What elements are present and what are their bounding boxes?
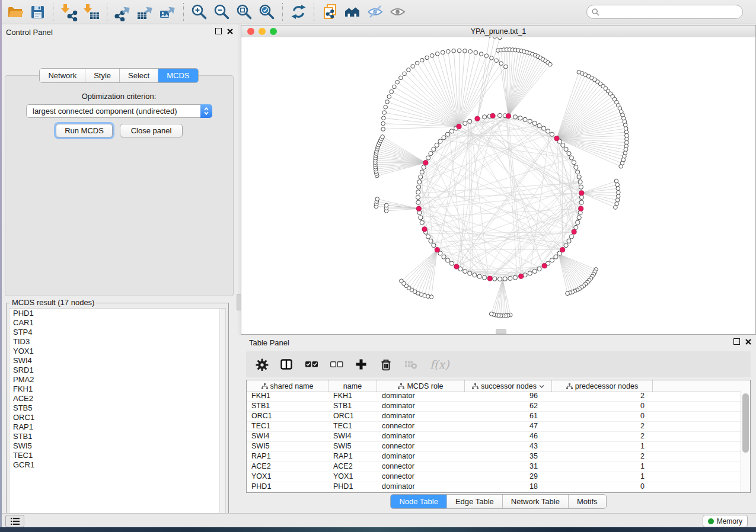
control-tab-select[interactable]: Select [120,69,158,82]
zoom-fit-icon[interactable] [234,2,254,22]
memory-button[interactable]: Memory [703,515,748,527]
horizontal-splitter-handle[interactable] [496,329,506,334]
table-row-TEC1[interactable]: TEC1TEC1connector472 [247,422,741,432]
cell-mcds-role[interactable]: connector [377,462,465,472]
mcds-result-item[interactable]: ACE2 [9,394,225,403]
mcds-result-item[interactable]: SWI4 [9,356,225,366]
cell-name[interactable]: YOX1 [328,472,377,482]
table-row-YOX1[interactable]: YOX1YOX1connector291 [247,472,741,482]
cell-successor-nodes[interactable]: 62 [465,402,552,411]
zoom-in-icon[interactable] [189,2,209,22]
refresh-network-icon[interactable] [288,2,308,22]
cell-shared-name[interactable]: SWI5 [247,442,328,451]
add-column-icon[interactable] [355,358,368,371]
mcds-result-item[interactable]: CAR1 [9,318,225,328]
mcds-result-item[interactable]: ORC1 [9,413,225,422]
task-history-button[interactable] [5,515,24,527]
table-row-SWI5[interactable]: SWI5SWI5connector431 [247,442,741,452]
table-scrollbar-thumb[interactable] [742,393,749,453]
cell-predecessor-nodes[interactable]: 0 [552,402,653,411]
cell-successor-nodes[interactable]: 61 [465,412,552,421]
table-tab-network-table[interactable]: Network Table [503,495,569,508]
cell-shared-name[interactable]: ACE2 [247,462,328,472]
cell-successor-nodes[interactable]: 46 [465,432,552,441]
cell-predecessor-nodes[interactable]: 2 [552,432,653,441]
clear-all-checks-icon[interactable] [330,358,343,371]
cell-shared-name[interactable]: PHD1 [247,482,328,492]
table-row-PHD1[interactable]: PHD1PHD1dominator180 [247,482,741,492]
mcds-result-item[interactable]: FKH1 [9,384,225,394]
control-tab-network[interactable]: Network [40,69,85,82]
zoom-selected-icon[interactable] [257,2,277,22]
cell-successor-nodes[interactable]: 35 [465,452,552,462]
mcds-result-item[interactable]: PMA2 [9,375,225,384]
column-header-MCDS-role[interactable]: MCDS role [377,380,465,392]
mcds-list-scrollbar[interactable] [219,309,225,518]
cell-name[interactable]: ACE2 [328,462,377,472]
table-tab-edge-table[interactable]: Edge Table [447,495,503,508]
cell-successor-nodes[interactable]: 29 [465,472,552,482]
cell-name[interactable]: SWI5 [328,442,377,451]
control-tab-style[interactable]: Style [85,69,120,82]
cell-shared-name[interactable]: FKH1 [247,392,328,401]
show-columns-icon[interactable] [280,358,294,371]
cell-shared-name[interactable]: SWI4 [247,432,328,441]
table-row-STB1[interactable]: STB1STB1dominator620 [247,402,741,412]
show-all-icon[interactable] [387,2,407,22]
mcds-result-item[interactable]: STP4 [9,328,225,337]
cell-mcds-role[interactable]: dominator [377,432,465,441]
cell-predecessor-nodes[interactable]: 0 [552,482,653,492]
network-canvas[interactable] [241,37,755,334]
network-titlebar[interactable]: YPA_prune.txt_1 [241,25,755,38]
mcds-result-item[interactable]: STB1 [9,432,225,441]
network-graph[interactable] [241,37,755,334]
control-tab-mcds[interactable]: MCDS [158,69,197,82]
table-scrollbar[interactable] [741,392,750,492]
mcds-result-item[interactable]: SWI5 [9,441,225,451]
cell-successor-nodes[interactable]: 47 [465,422,552,431]
float-table-panel-icon[interactable] [733,338,740,345]
cell-mcds-role[interactable]: dominator [377,392,465,401]
cell-name[interactable]: TEC1 [328,422,377,431]
export-table-icon[interactable] [135,2,155,22]
cell-shared-name[interactable]: RAP1 [247,452,328,462]
select-all-checks-icon[interactable] [305,358,318,371]
mcds-result-item[interactable]: GCR1 [9,460,225,470]
cell-name[interactable]: FKH1 [328,392,377,401]
delete-column-icon[interactable] [380,358,393,371]
clone-network-icon[interactable] [320,2,340,22]
mcds-result-item[interactable]: SRD1 [9,366,225,375]
table-row-FKH1[interactable]: FKH1FKH1dominator962 [247,392,741,402]
cell-mcds-role[interactable]: dominator [377,452,465,462]
cell-shared-name[interactable]: ORC1 [247,412,328,421]
column-header-name[interactable]: name [328,380,377,392]
cell-name[interactable]: RAP1 [328,452,377,462]
cell-predecessor-nodes[interactable]: 1 [552,442,653,451]
cell-name[interactable]: SWI4 [328,432,377,441]
cell-predecessor-nodes[interactable]: 2 [552,422,653,431]
mcds-result-item[interactable]: STB5 [9,403,225,413]
mcds-result-item[interactable]: YOX1 [9,347,225,356]
table-row-ORC1[interactable]: ORC1ORC1dominator610 [247,412,741,422]
cell-successor-nodes[interactable]: 31 [465,462,552,472]
run-mcds-button[interactable]: Run MCDS [56,124,113,137]
table-tab-motifs[interactable]: Motifs [569,495,606,508]
cell-name[interactable]: STB1 [328,402,377,411]
cell-predecessor-nodes[interactable]: 1 [552,462,653,472]
import-table-icon[interactable] [81,2,101,22]
cell-mcds-role[interactable]: connector [377,422,465,431]
cell-successor-nodes[interactable]: 18 [465,482,552,492]
open-session-icon[interactable] [5,2,25,22]
column-header-predecessor-nodes[interactable]: predecessor nodes [552,380,653,392]
cell-mcds-role[interactable]: dominator [377,402,465,411]
cell-successor-nodes[interactable]: 43 [465,442,552,451]
table-row-RAP1[interactable]: RAP1RAP1dominator352 [247,452,741,462]
cell-successor-nodes[interactable]: 96 [465,392,552,401]
mcds-result-item[interactable]: PHD1 [9,309,225,318]
cell-shared-name[interactable]: STB1 [247,402,328,411]
cell-predecessor-nodes[interactable]: 2 [552,392,653,401]
cell-name[interactable]: PHD1 [328,482,377,492]
export-network-icon[interactable] [113,2,133,22]
table-tab-node-table[interactable]: Node Table [391,495,447,508]
first-neighbors-icon[interactable] [342,2,362,22]
